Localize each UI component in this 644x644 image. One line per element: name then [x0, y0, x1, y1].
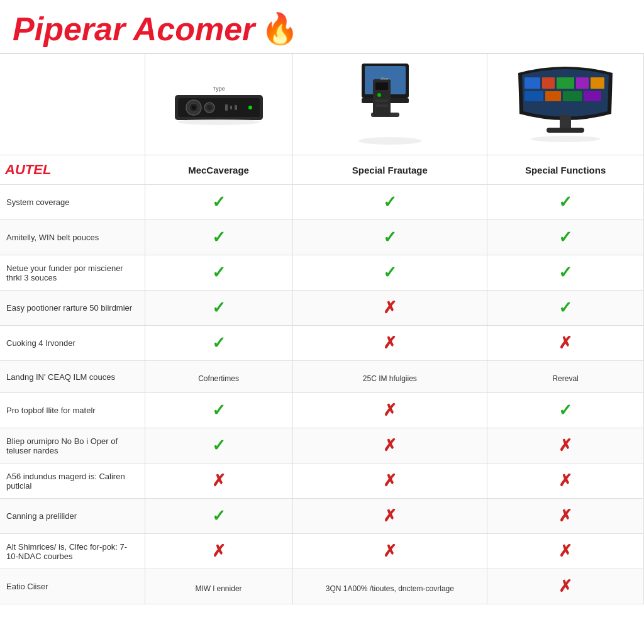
- row-cell-col1: ✓: [145, 291, 292, 326]
- row-cell-col3: ✗: [487, 428, 644, 464]
- check-icon: ✓: [558, 228, 572, 247]
- svg-rect-8: [230, 106, 232, 109]
- col-header-1: MecCaverage: [145, 155, 292, 185]
- flame-icon: 🔥: [261, 11, 299, 47]
- device2-image: Jihart: [296, 60, 484, 148]
- svg-text:Type: Type: [213, 86, 225, 92]
- cross-icon: ✗: [383, 541, 397, 560]
- cross-icon: ✗: [383, 436, 397, 455]
- check-icon: ✓: [212, 506, 226, 525]
- table-row: Landng IN' CEAQ ILM coucesCofnertimes25C…: [0, 361, 644, 393]
- svg-point-6: [207, 105, 212, 110]
- row-label: Cuoking 4 Irvonder: [0, 326, 145, 361]
- svg-rect-30: [525, 91, 543, 101]
- row-cell-col1: ✓: [145, 255, 292, 291]
- table-row: Pro topbof llite for matelr✓✗✓: [0, 393, 644, 428]
- row-cell-col1: MIW l ennider: [145, 569, 292, 604]
- col-header-3: Special Functions: [487, 155, 644, 185]
- svg-rect-35: [547, 128, 584, 133]
- svg-rect-29: [591, 77, 604, 89]
- check-icon: ✓: [212, 333, 226, 352]
- table-row: Amitelly, WIN belt pouces✓✓✓: [0, 220, 644, 255]
- row-label: Alt Shimrices/ is, Clfec for-pok: 7-10-N…: [0, 534, 145, 569]
- svg-rect-19: [375, 82, 388, 90]
- row-cell-col3: ✓: [487, 185, 644, 220]
- row-cell-col2: ✗: [292, 291, 487, 326]
- device3-image: [491, 60, 640, 148]
- row-cell-col1: ✗: [145, 464, 292, 499]
- table-row: Eatio CiiserMIW l ennider3QN 1A00% /tiou…: [0, 569, 644, 604]
- svg-rect-25: [525, 77, 540, 89]
- row-cell-col3: ✓: [487, 255, 644, 291]
- row-label: Pro topbof llite for matelr: [0, 393, 145, 428]
- product-images-row: Type: [0, 53, 644, 155]
- row-label: A56 indundus magerd is: Caliren putlclal: [0, 464, 145, 499]
- check-icon: ✓: [212, 436, 226, 455]
- check-icon: ✓: [212, 263, 226, 282]
- table-row: Easy pootioner rarture 50 biirdmier✓✗✓: [0, 291, 644, 326]
- cross-icon: ✗: [383, 333, 397, 352]
- check-icon: ✓: [212, 228, 226, 247]
- check-icon: ✓: [212, 298, 226, 317]
- svg-point-36: [531, 136, 600, 142]
- col-header-label: AUTEL: [0, 155, 145, 185]
- text-value: 25C IM hfulgiies: [363, 374, 417, 383]
- image-cell-device2: Jihart: [292, 53, 487, 155]
- row-cell-col2: ✗: [292, 534, 487, 569]
- row-cell-col2: ✓: [292, 220, 487, 255]
- svg-rect-32: [563, 91, 582, 101]
- svg-text:Jihart: Jihart: [380, 77, 390, 80]
- cross-icon: ✗: [558, 577, 572, 596]
- image-cell-empty: [0, 53, 145, 155]
- page-title: Piperar Acomer: [13, 13, 255, 45]
- row-cell-col2: ✓: [292, 255, 487, 291]
- cross-icon: ✗: [212, 471, 226, 490]
- cross-icon: ✗: [383, 506, 397, 525]
- row-cell-col3: Rereval: [487, 361, 644, 393]
- row-cell-col3: ✗: [487, 499, 644, 534]
- row-cell-col1: ✗: [145, 534, 292, 569]
- row-label: Bliep orumipro No Bo i Oper of teluser n…: [0, 428, 145, 464]
- check-icon: ✓: [558, 401, 572, 419]
- table-row: Bliep orumipro No Bo i Oper of teluser n…: [0, 428, 644, 464]
- svg-rect-7: [225, 104, 228, 111]
- row-cell-col2: ✗: [292, 393, 487, 428]
- row-label: Netue your funder por misciener thrkl 3 …: [0, 255, 145, 291]
- cross-icon: ✗: [558, 506, 572, 525]
- text-value: Cofnertimes: [198, 374, 239, 383]
- text-value: MIW l ennider: [196, 584, 242, 593]
- row-cell-col2: ✗: [292, 428, 487, 464]
- image-cell-device3: [487, 53, 644, 155]
- table-row: System coverage✓✓✓: [0, 185, 644, 220]
- cross-icon: ✗: [383, 401, 397, 419]
- svg-rect-22: [375, 104, 388, 107]
- row-cell-col1: ✓: [145, 428, 292, 464]
- text-value: Rereval: [552, 374, 578, 383]
- row-cell-col3: ✗: [487, 534, 644, 569]
- row-cell-col2: 3QN 1A00% /tioutes, dnctem-covrlage: [292, 569, 487, 604]
- table-row: Cuoking 4 Irvonder✓✗✗: [0, 326, 644, 361]
- cross-icon: ✗: [212, 541, 226, 560]
- table-row: A56 indundus magerd is: Caliren putlclal…: [0, 464, 644, 499]
- image-cell-device1: Type: [145, 53, 292, 155]
- device1-image: Type: [148, 60, 289, 148]
- check-icon: ✓: [383, 228, 397, 247]
- row-label: Canning a prelilider: [0, 499, 145, 534]
- check-icon: ✓: [212, 192, 226, 211]
- row-cell-col3: ✓: [487, 393, 644, 428]
- cross-icon: ✗: [558, 471, 572, 490]
- svg-point-24: [358, 137, 421, 145]
- svg-rect-31: [545, 91, 561, 101]
- row-cell-col2: ✗: [292, 464, 487, 499]
- row-cell-col2: 25C IM hfulgiies: [292, 361, 487, 393]
- row-cell-col1: ✓: [145, 326, 292, 361]
- row-cell-col3: ✓: [487, 291, 644, 326]
- row-cell-col3: ✓: [487, 220, 644, 255]
- svg-rect-26: [542, 77, 555, 89]
- check-icon: ✓: [212, 401, 226, 419]
- header: Piperar Acomer 🔥: [0, 0, 644, 53]
- check-icon: ✓: [558, 298, 572, 317]
- check-icon: ✓: [558, 263, 572, 282]
- table-body: System coverage✓✓✓Amitelly, WIN belt pou…: [0, 185, 644, 604]
- comparison-table: Type: [0, 53, 644, 604]
